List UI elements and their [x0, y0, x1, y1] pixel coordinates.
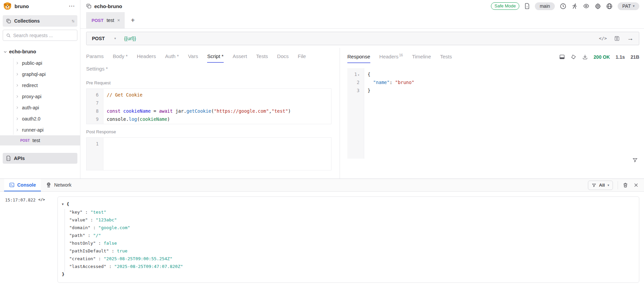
editor-code[interactable]: { "name": "bruno"}	[364, 68, 639, 159]
tab-docs[interactable]: Docs	[277, 53, 289, 63]
log-line: }	[62, 270, 634, 278]
tab-label: Docs	[277, 53, 289, 59]
tab-timeline[interactable]: Timeline	[412, 54, 431, 63]
send-request-icon[interactable]: →	[627, 35, 634, 42]
tab-network[interactable]: Network	[41, 179, 76, 191]
folder-label: runner-api	[22, 127, 44, 133]
chevron-right-icon	[16, 61, 19, 65]
tab-file[interactable]: File	[298, 53, 306, 63]
log-timestamp: 15:17:07.822	[5, 197, 35, 202]
code-line: "name": "bruno"	[368, 78, 639, 86]
line-number: 1▾	[347, 70, 364, 78]
tab-label: Timeline	[412, 54, 431, 59]
sidebar-item-graphql-api[interactable]: graphql-api	[0, 69, 80, 80]
log-token: "value"	[69, 216, 88, 224]
log-line: ▼{	[62, 200, 634, 208]
code-token: await	[159, 108, 173, 114]
sidebar-item-public-api[interactable]: public-api	[0, 57, 80, 69]
sidebar-item-runner-api[interactable]: runner-api	[0, 124, 80, 135]
tab-console[interactable]: Console	[4, 179, 41, 191]
collections-icon	[6, 19, 11, 24]
tab-label: Headers	[137, 53, 156, 59]
method-caret-icon[interactable]: ▾	[114, 36, 116, 40]
open-request-tab[interactable]: POST test ×	[86, 12, 125, 28]
editor-code[interactable]: // Get Cookie const cookieName = await j…	[103, 89, 331, 124]
collection-root[interactable]: echo-bruno	[0, 47, 80, 56]
line-number: 8	[86, 107, 103, 115]
runner-icon[interactable]	[571, 3, 578, 9]
tab-response[interactable]: Response	[347, 54, 370, 63]
settings-gear-icon[interactable]	[595, 3, 601, 9]
middle-region: Collections ↑↓ echo-bruno public-ap	[0, 12, 644, 179]
tab-label: Response	[347, 54, 370, 59]
console-panel: Console Network All ▾	[0, 179, 644, 298]
sidebar-item-oauth2.0[interactable]: oauth2.0	[0, 113, 80, 124]
log-token: :	[96, 239, 103, 247]
response-header: ResponseHeaders16TimelineTests 2	[347, 53, 639, 63]
code-token: (	[211, 108, 214, 114]
sidebar-item-proxy-api[interactable]: proxy-api	[0, 91, 80, 102]
tab-tests[interactable]: Tests	[440, 54, 452, 63]
tab-vars[interactable]: Vars	[188, 53, 198, 63]
code-token: // Get Cookie	[107, 92, 143, 98]
method-selector[interactable]: POST	[92, 36, 105, 41]
response-body-editor[interactable]: 1▾23{ "name": "bruno"}	[347, 68, 639, 159]
apis-section[interactable]: APIs	[3, 153, 77, 164]
collection-root-label: echo-bruno	[9, 49, 36, 54]
tab-tests[interactable]: Tests	[256, 53, 268, 63]
tab-headers[interactable]: Headers	[137, 53, 156, 63]
generate-code-icon[interactable]: </>	[599, 36, 607, 41]
branch-label: main	[540, 3, 550, 9]
tab-assert[interactable]: Assert	[233, 53, 247, 63]
tab-params[interactable]: Params	[86, 53, 104, 63]
file-icon[interactable]	[524, 3, 530, 9]
collapse-toggle-icon[interactable]: ▼	[62, 200, 67, 208]
tab-label: Settings *	[86, 66, 108, 72]
tab-script[interactable]: Script *	[207, 53, 223, 63]
folder-label: redirect	[22, 83, 38, 88]
git-branch-pill[interactable]: main	[535, 2, 554, 10]
tab-headers[interactable]: Headers16	[379, 53, 403, 63]
clear-response-icon[interactable]	[571, 54, 576, 60]
close-tab-icon[interactable]: ×	[117, 18, 120, 23]
sidebar-item-redirect[interactable]: redirect	[0, 80, 80, 91]
search-input[interactable]	[13, 33, 74, 38]
account-menu[interactable]: PAT ▾	[618, 2, 639, 10]
close-console-icon[interactable]	[634, 183, 639, 188]
editor-gutter: 1	[86, 138, 103, 170]
log-level-filter[interactable]: All ▾	[588, 181, 613, 190]
sidebar-menu-button[interactable]: ⋯	[69, 4, 75, 8]
download-response-icon[interactable]	[582, 54, 588, 60]
sort-icon[interactable]: ↑↓	[71, 19, 74, 23]
preview-mode-icon[interactable]	[559, 54, 565, 60]
code-token: :	[390, 80, 395, 85]
request-method-tag: POST	[20, 139, 30, 142]
folder-label: public-api	[22, 60, 42, 66]
collection-title: echo-bruno	[94, 3, 122, 9]
fold-toggle-icon[interactable]: ▾	[358, 73, 360, 77]
new-tab-button[interactable]: +	[125, 12, 141, 28]
tab-settings[interactable]: Settings *	[86, 66, 108, 75]
post-response-editor[interactable]: 1	[86, 137, 331, 170]
account-label: PAT	[622, 3, 631, 9]
eye-icon[interactable]	[583, 3, 590, 9]
save-icon[interactable]	[614, 35, 620, 42]
globe-icon[interactable]	[606, 3, 613, 9]
tab-body[interactable]: Body *	[113, 53, 128, 63]
response-filter-icon[interactable]	[632, 157, 638, 164]
log-token: :	[106, 263, 114, 270]
sidebar-item-test[interactable]: POST test	[0, 135, 80, 145]
pre-request-editor[interactable]: 6789// Get Cookie const cookieName = awa…	[86, 88, 331, 124]
history-clock-icon[interactable]	[560, 3, 566, 9]
response-tabs: ResponseHeaders16TimelineTests	[347, 53, 452, 63]
clear-console-icon[interactable]	[623, 182, 628, 188]
editor-gutter: 1▾23	[347, 68, 364, 159]
request-tabstrip: POST test × +	[80, 12, 644, 29]
code-token: .	[184, 108, 187, 114]
url-input[interactable]: {{url}}	[124, 36, 136, 41]
request-tabs-row1: ParamsBody *HeadersAuth *VarsScript *Ass…	[86, 53, 331, 63]
collections-header[interactable]: Collections ↑↓	[3, 15, 77, 27]
sidebar-item-auth-api[interactable]: auth-api	[0, 102, 80, 113]
editor-code[interactable]	[103, 138, 331, 170]
tab-auth[interactable]: Auth *	[165, 53, 179, 63]
